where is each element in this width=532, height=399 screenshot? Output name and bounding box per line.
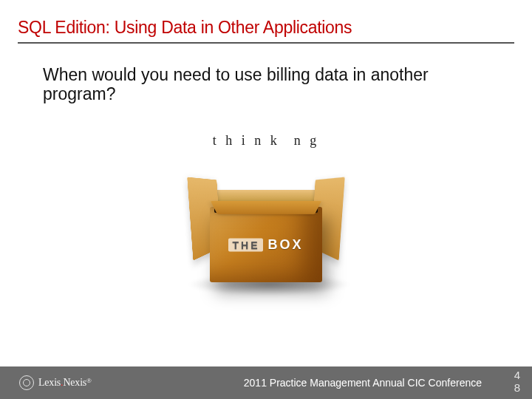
footer-bar: Lexis.Nexis® 2011 Practice Management An…	[0, 366, 532, 399]
box-flap-back	[211, 190, 321, 201]
lexisnexis-logo: Lexis.Nexis®	[19, 375, 92, 390]
logo-prefix: Lexis	[38, 377, 61, 388]
slide-title: SQL Edition: Using Data in Other Applica…	[18, 18, 514, 38]
box-label: THEBOX	[210, 237, 322, 253]
letters-left: t h i n k	[213, 133, 280, 149]
logo-mark-icon	[19, 375, 34, 390]
box-label-small: THE	[228, 239, 263, 252]
registered-icon: ®	[86, 377, 92, 384]
page-number-bottom: 8	[514, 381, 520, 394]
logo-text: Lexis.Nexis®	[38, 377, 92, 389]
logo-suffix: Nexis	[63, 377, 86, 388]
box-body: THEBOX	[210, 207, 322, 282]
page-number-top: 4	[514, 369, 520, 381]
thinking-letters: t h i n k n g	[158, 133, 374, 149]
box-label-big: BOX	[267, 237, 303, 252]
letters-right: n g	[294, 133, 320, 149]
body-question: When would you need to use billing data …	[43, 65, 473, 104]
title-bar: SQL Edition: Using Data in Other Applica…	[18, 18, 514, 44]
cardboard-box-icon: THEBOX	[210, 179, 322, 282]
slide: SQL Edition: Using Data in Other Applica…	[0, 0, 532, 399]
page-number: 4 8	[514, 369, 520, 394]
footer-caption: 2011 Practice Management Annual CIC Conf…	[244, 377, 482, 389]
box-flap-front	[211, 201, 321, 214]
thinking-outside-the-box-image: t h i n k n g THEBOX	[143, 124, 389, 324]
